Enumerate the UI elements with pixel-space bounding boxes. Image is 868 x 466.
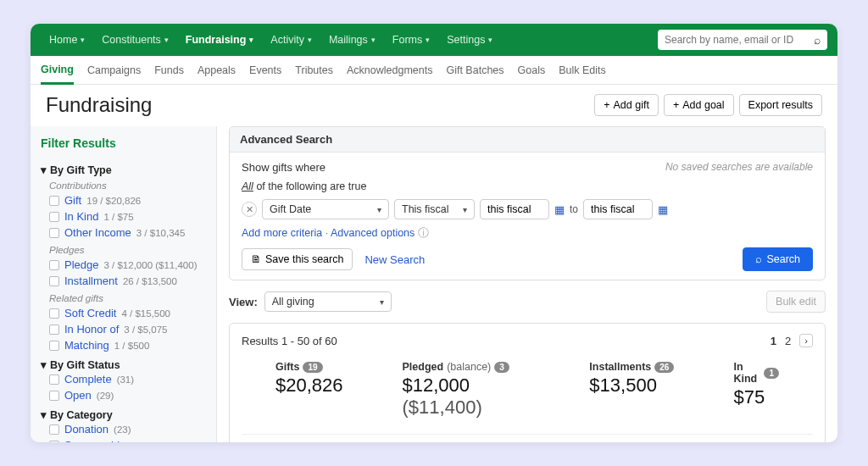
chevron-down-icon: ▾: [463, 205, 467, 214]
nav-activity[interactable]: Activity▾: [262, 34, 320, 46]
facet-sub-contributions: Contributions: [41, 180, 206, 191]
results-count: Results 1 - 50 of 60: [242, 335, 337, 347]
nav-mailings[interactable]: Mailings▾: [320, 34, 384, 46]
no-saved-searches: No saved searches are available: [665, 161, 813, 173]
chevron-down-icon: ▾: [488, 36, 492, 44]
tab-funds[interactable]: Funds: [154, 58, 184, 83]
sub-nav: Giving Campaigns Funds Appeals Events Tr…: [31, 56, 837, 85]
col-date[interactable]: Date▾: [374, 435, 442, 443]
facet-open[interactable]: Open (29): [41, 387, 206, 403]
checkbox[interactable]: [49, 308, 59, 319]
checkbox[interactable]: [49, 196, 59, 206]
facet-matching[interactable]: Matching 1 / $500: [41, 337, 206, 353]
facet-category[interactable]: ▾By Category: [41, 408, 206, 421]
tab-events[interactable]: Events: [249, 58, 281, 83]
checkbox[interactable]: [49, 374, 59, 385]
save-search-button[interactable]: 🗎Save this search: [242, 248, 353, 270]
facet-inkind[interactable]: In Kind 1 / $75: [41, 208, 206, 225]
tab-gift-batches[interactable]: Gift Batches: [446, 58, 504, 83]
facet-donation[interactable]: Donation (23): [41, 421, 206, 437]
checkbox[interactable]: [49, 391, 59, 401]
summary-inkind: In Kind1 $75: [733, 361, 779, 419]
checkbox[interactable]: [49, 212, 59, 222]
advanced-options-link[interactable]: Advanced options: [331, 227, 415, 239]
calendar-icon[interactable]: ▦: [554, 203, 565, 216]
checkbox[interactable]: [49, 228, 59, 238]
add-more-criteria-link[interactable]: Add more criteria: [242, 227, 322, 239]
nav-settings[interactable]: Settings▾: [438, 34, 501, 46]
checkbox[interactable]: [49, 441, 59, 443]
results-table: Constituent▾ Date▾ Amount▾ Details▾ Type…: [242, 434, 813, 442]
global-search[interactable]: ⌕: [658, 30, 827, 50]
facet-installment[interactable]: Installment 26 / $13,500: [41, 273, 206, 289]
checkbox[interactable]: [49, 325, 59, 335]
checkbox[interactable]: [49, 276, 59, 286]
page-2[interactable]: 2: [785, 335, 791, 347]
help-icon[interactable]: ⓘ: [418, 227, 429, 239]
facet-gift-type[interactable]: ▾By Gift Type: [41, 164, 206, 176]
tab-giving[interactable]: Giving: [41, 57, 74, 85]
pager: 1 2 ›: [771, 334, 813, 347]
new-search-link[interactable]: New Search: [364, 253, 425, 266]
tab-appeals[interactable]: Appeals: [198, 58, 236, 83]
nav-forms[interactable]: Forms▾: [384, 34, 438, 46]
filter-sidebar: Filter Results ▾By Gift Type Contributio…: [31, 126, 217, 442]
facet-complete[interactable]: Complete (31): [41, 371, 206, 387]
nav-home[interactable]: Home▾: [41, 34, 93, 46]
page-next[interactable]: ›: [799, 334, 813, 347]
bulk-edit-button: Bulk edit: [766, 291, 826, 313]
criteria-op-select[interactable]: This fiscal▾: [394, 199, 475, 219]
view-label: View:: [229, 296, 258, 308]
remove-criteria-icon[interactable]: ✕: [242, 202, 257, 217]
checkbox[interactable]: [49, 260, 59, 270]
tab-goals[interactable]: Goals: [518, 58, 546, 83]
nav-fundraising[interactable]: Fundraising▾: [177, 34, 263, 46]
add-gift-button[interactable]: +Add gift: [594, 94, 659, 116]
search-icon[interactable]: ⌕: [814, 33, 821, 47]
filter-title: Filter Results: [41, 133, 206, 158]
chevron-down-icon: ▾: [380, 297, 384, 307]
summary-installments: Installments26 $13,500: [589, 361, 674, 419]
add-goal-button[interactable]: +Add goal: [664, 94, 734, 116]
export-results-button[interactable]: Export results: [739, 94, 822, 116]
chevron-down-icon: ▾: [41, 408, 47, 421]
page-1[interactable]: 1: [771, 335, 776, 347]
facet-in-honor[interactable]: In Honor of 3 / $5,075: [41, 321, 206, 337]
global-search-input[interactable]: [665, 34, 814, 46]
checkbox[interactable]: [49, 424, 59, 435]
col-details[interactable]: Details▾: [576, 435, 641, 443]
tab-bulk-edits[interactable]: Bulk Edits: [559, 58, 606, 83]
col-type[interactable]: Type▾: [720, 435, 813, 443]
tab-campaigns[interactable]: Campaigns: [87, 58, 141, 83]
facet-soft-credit[interactable]: Soft Credit 4 / $15,500: [41, 305, 206, 321]
view-select[interactable]: All giving▾: [264, 291, 392, 312]
to-label: to: [570, 203, 578, 215]
criteria-field-select[interactable]: Gift Date▾: [262, 199, 389, 219]
chevron-down-icon: ▾: [41, 358, 47, 371]
save-icon: 🗎: [251, 253, 262, 265]
checkbox[interactable]: [49, 341, 59, 351]
chevron-down-icon: ▾: [164, 36, 169, 44]
search-icon: ⌕: [755, 253, 762, 265]
main-panel: Advanced Search Show gifts where No save…: [217, 126, 837, 442]
chevron-down-icon: ▾: [81, 36, 85, 44]
search-button[interactable]: ⌕Search: [743, 247, 813, 271]
criteria-all-toggle[interactable]: All of the following are true: [242, 180, 813, 192]
nav-constituents[interactable]: Constituents▾: [93, 34, 176, 46]
col-amount[interactable]: Amount▾: [441, 435, 500, 443]
chevron-down-icon: ▾: [377, 205, 381, 214]
facet-pledge[interactable]: Pledge 3 / $12,000 ($11,400): [41, 257, 206, 273]
facet-other-income[interactable]: Other Income 3 / $10,345: [41, 225, 206, 241]
criteria-from-input[interactable]: [480, 199, 549, 219]
criteria-to-input[interactable]: [583, 199, 653, 219]
facet-sponsorship[interactable]: Sponsorship (1): [41, 437, 206, 442]
chevron-down-icon: ▾: [249, 36, 253, 44]
tab-tributes[interactable]: Tributes: [295, 58, 333, 83]
show-where-row: Show gifts where No saved searches are a…: [242, 161, 813, 174]
summary-pledged: Pledged(balance)3 $12,000 ($11,400): [403, 361, 531, 419]
tab-acknowledgments[interactable]: Acknowledgments: [347, 58, 432, 83]
facet-gift[interactable]: Gift 19 / $20,826: [41, 192, 206, 208]
facet-gift-status[interactable]: ▾By Gift Status: [41, 358, 206, 371]
calendar-icon[interactable]: ▦: [658, 203, 668, 216]
col-constituent[interactable]: Constituent▾: [242, 435, 374, 443]
